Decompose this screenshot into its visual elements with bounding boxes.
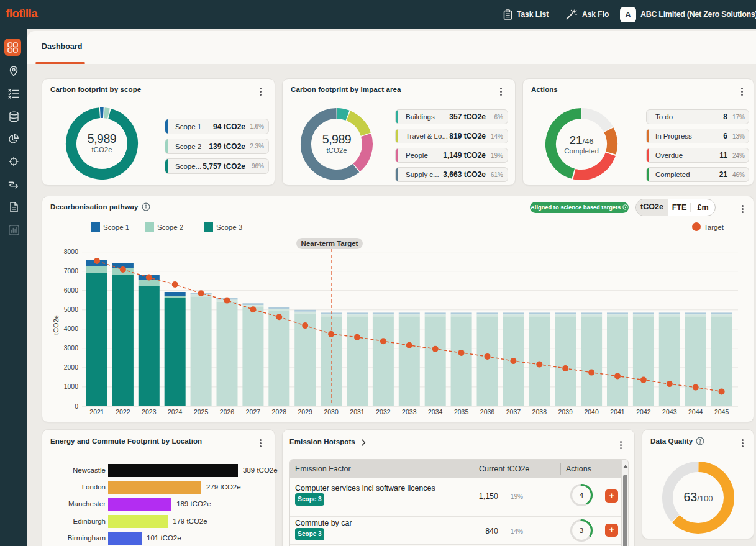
- svg-text:2028: 2028: [272, 408, 287, 416]
- svg-text:0: 0: [75, 403, 78, 410]
- svg-text:2045: 2045: [714, 408, 729, 416]
- svg-text:1000: 1000: [64, 383, 79, 390]
- svg-text:5000: 5000: [64, 306, 79, 313]
- svg-text:7000: 7000: [64, 267, 79, 275]
- svg-text:2034: 2034: [428, 408, 443, 416]
- svg-text:2039: 2039: [558, 408, 573, 416]
- svg-text:2030: 2030: [324, 408, 339, 416]
- svg-text:2031: 2031: [350, 408, 365, 416]
- svg-text:4000: 4000: [64, 325, 79, 332]
- svg-text:2022: 2022: [116, 408, 130, 416]
- svg-text:2033: 2033: [402, 408, 417, 416]
- svg-text:2032: 2032: [376, 408, 391, 416]
- svg-text:8000: 8000: [64, 248, 79, 255]
- svg-text:4: 4: [580, 491, 584, 499]
- svg-text:2042: 2042: [636, 408, 651, 416]
- svg-text:2000: 2000: [64, 363, 79, 371]
- svg-text:2036: 2036: [480, 408, 495, 416]
- svg-text:2035: 2035: [454, 408, 469, 416]
- svg-text:2025: 2025: [194, 408, 209, 416]
- svg-text:2023: 2023: [142, 408, 157, 416]
- svg-text:2024: 2024: [168, 408, 183, 416]
- svg-text:3000: 3000: [64, 344, 79, 352]
- svg-text:2038: 2038: [532, 408, 547, 416]
- svg-text:6000: 6000: [64, 286, 79, 294]
- svg-text:2043: 2043: [662, 408, 677, 416]
- svg-text:2026: 2026: [220, 408, 235, 416]
- svg-text:3: 3: [580, 527, 583, 534]
- svg-text:2021: 2021: [89, 408, 104, 416]
- svg-text:2027: 2027: [246, 408, 261, 416]
- svg-text:2029: 2029: [298, 408, 313, 416]
- svg-text:2037: 2037: [506, 408, 521, 416]
- svg-text:2041: 2041: [610, 408, 625, 416]
- svg-text:2040: 2040: [584, 408, 599, 416]
- svg-text:2044: 2044: [688, 408, 703, 416]
- svg-text:tCO2e: tCO2e: [52, 315, 60, 335]
